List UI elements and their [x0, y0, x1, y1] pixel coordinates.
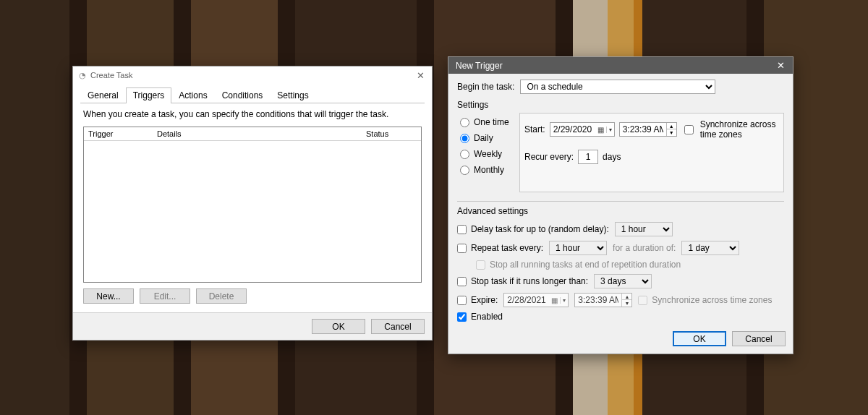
chevron-down-icon[interactable]: ▾	[560, 297, 568, 304]
repeat-checkbox[interactable]: Repeat task every:	[457, 243, 543, 253]
delete-button[interactable]: Delete	[196, 288, 247, 304]
start-label: Start:	[524, 124, 545, 134]
close-icon[interactable]: ✕	[414, 70, 427, 81]
close-icon[interactable]: ✕	[768, 60, 793, 71]
stop-if-checkbox[interactable]: Stop task if it runs longer than:	[457, 276, 588, 286]
new-trigger-footer: OK Cancel	[448, 325, 793, 354]
create-task-title: Create Task	[90, 71, 133, 80]
schedule-radios: One time Daily Weekly Monthly	[457, 113, 519, 192]
calendar-icon[interactable]: ▦	[549, 296, 560, 304]
time-spinner[interactable]: ▲▼	[666, 123, 676, 136]
expire-sync-checkbox: Synchronize across time zones	[638, 295, 772, 305]
begin-task-label: Begin the task:	[457, 82, 514, 92]
start-time-picker[interactable]: ▲▼	[619, 122, 677, 137]
expire-date-input[interactable]	[504, 294, 549, 307]
recur-input[interactable]	[578, 150, 598, 164]
new-trigger-titlebar[interactable]: New Trigger ✕	[448, 57, 793, 74]
radio-weekly[interactable]: Weekly	[460, 149, 516, 159]
start-date-input[interactable]	[550, 123, 595, 136]
delay-select[interactable]: 1 hour	[615, 222, 673, 236]
create-task-window: ◔ Create Task ✕ General Triggers Actions…	[72, 66, 433, 341]
ok-button[interactable]: OK	[312, 319, 365, 334]
col-status[interactable]: Status	[366, 129, 417, 138]
tab-settings[interactable]: Settings	[270, 87, 315, 103]
tabstrip: General Triggers Actions Conditions Sett…	[80, 87, 425, 103]
create-task-footer: OK Cancel	[73, 312, 432, 340]
expire-time-picker[interactable]: ▲▼	[574, 293, 632, 307]
time-spinner[interactable]: ▲▼	[621, 294, 631, 307]
tab-general[interactable]: General	[80, 87, 126, 103]
start-date-picker[interactable]: ▦ ▾	[550, 122, 615, 137]
expire-time-input[interactable]	[575, 294, 621, 307]
tab-conditions[interactable]: Conditions	[215, 87, 271, 103]
begin-task-select[interactable]: On a schedule	[520, 80, 715, 94]
repeat-duration-label: for a duration of:	[613, 243, 676, 253]
cancel-button[interactable]: Cancel	[732, 331, 786, 346]
delay-checkbox[interactable]: Delay task for up to (random delay):	[457, 224, 609, 234]
chevron-down-icon[interactable]: ▾	[606, 127, 614, 133]
create-task-titlebar[interactable]: ◔ Create Task ✕	[73, 67, 432, 84]
recur-label: Recur every:	[524, 152, 574, 162]
triggers-list[interactable]: Trigger Details Status	[83, 127, 422, 283]
tab-triggers[interactable]: Triggers	[126, 87, 172, 103]
triggers-list-header: Trigger Details Status	[84, 127, 421, 141]
new-trigger-window: New Trigger ✕ Begin the task: On a sched…	[448, 56, 793, 354]
expire-checkbox[interactable]: Expire:	[457, 295, 498, 305]
stop-all-checkbox: Stop all running tasks at end of repetit…	[476, 260, 681, 270]
enabled-checkbox[interactable]: Enabled	[457, 312, 503, 322]
calendar-icon[interactable]: ▦	[595, 126, 606, 134]
ok-button[interactable]: OK	[673, 331, 726, 346]
triggers-info: When you create a task, you can specify …	[73, 103, 432, 127]
new-button[interactable]: New...	[83, 288, 134, 304]
cancel-button[interactable]: Cancel	[371, 319, 425, 334]
repeat-duration-select[interactable]: 1 day	[681, 241, 739, 255]
radio-one-time[interactable]: One time	[460, 117, 516, 127]
sync-tz-checkbox[interactable]: Synchronize across time zones	[681, 119, 779, 140]
tab-actions[interactable]: Actions	[171, 87, 214, 103]
radio-daily[interactable]: Daily	[460, 133, 516, 143]
expire-date-picker[interactable]: ▦ ▾	[503, 293, 569, 307]
edit-button[interactable]: Edit...	[140, 288, 190, 304]
col-trigger[interactable]: Trigger	[88, 129, 157, 138]
stop-if-select[interactable]: 3 days	[594, 274, 652, 288]
task-icon: ◔	[79, 71, 86, 80]
radio-monthly[interactable]: Monthly	[460, 165, 516, 175]
recur-unit: days	[603, 152, 621, 162]
new-trigger-title: New Trigger	[456, 61, 503, 71]
advanced-settings-label: Advanced settings	[457, 201, 784, 216]
col-details[interactable]: Details	[157, 129, 366, 138]
start-time-input[interactable]	[620, 123, 666, 136]
settings-group-label: Settings	[457, 100, 784, 110]
repeat-select[interactable]: 1 hour	[549, 241, 607, 255]
